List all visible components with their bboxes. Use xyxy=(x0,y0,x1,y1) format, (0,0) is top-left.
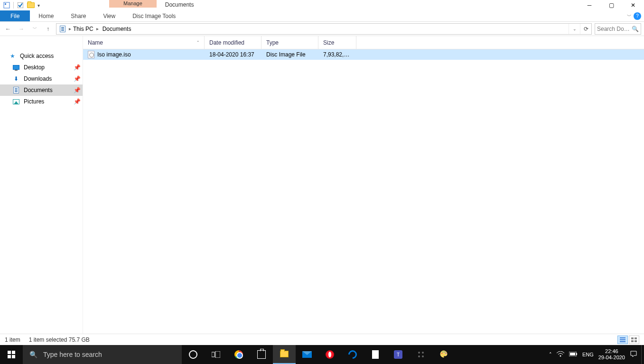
close-button[interactable]: ✕ xyxy=(622,0,644,10)
up-button[interactable]: ↑ xyxy=(43,24,53,34)
svg-point-20 xyxy=(560,355,561,357)
quick-access-toolbar: ▾ xyxy=(0,0,43,10)
minimize-button[interactable]: ─ xyxy=(579,0,600,10)
iso-file-icon xyxy=(88,51,94,58)
recent-locations-icon[interactable]: ﹀ xyxy=(29,24,40,34)
column-name[interactable]: Name˄ xyxy=(83,36,205,49)
ribbon-tab-disc-image-tools[interactable]: Disc Image Tools xyxy=(124,10,184,21)
navpane-item-downloads[interactable]: ⬇ Downloads 📌 xyxy=(0,73,83,84)
breadcrumb[interactable]: Documents xyxy=(101,26,133,32)
navigation-pane: ★ Quick access Desktop 📌 ⬇ Downloads 📌 D… xyxy=(0,36,83,345)
quick-access-heading[interactable]: ★ Quick access xyxy=(0,50,83,62)
svg-point-13 xyxy=(422,352,424,354)
svg-point-12 xyxy=(418,352,420,354)
maximize-button[interactable]: ▢ xyxy=(600,0,622,10)
new-folder-icon[interactable] xyxy=(27,1,35,9)
taskbar-pinned: T xyxy=(182,345,455,364)
show-desktop-button[interactable] xyxy=(641,345,644,364)
svg-point-18 xyxy=(444,351,445,352)
titlebar: ▾ Manage Documents ─ ▢ ✕ xyxy=(0,0,644,10)
wifi-icon[interactable] xyxy=(557,351,564,358)
checkbox-icon[interactable] xyxy=(17,1,24,9)
search-placeholder: Search Do… xyxy=(597,26,630,32)
svg-rect-9 xyxy=(635,340,637,342)
ribbon: File Home Share View Disc Image Tools ﹀ … xyxy=(0,10,644,22)
status-selection: 1 item selected 75.7 GB xyxy=(29,336,90,343)
star-icon: ★ xyxy=(9,52,16,60)
opera-icon[interactable] xyxy=(318,345,341,364)
qat-customize-icon[interactable]: ▾ xyxy=(37,3,40,8)
navpane-item-desktop[interactable]: Desktop 📌 xyxy=(0,62,83,73)
clock[interactable]: 22:46 29-04-2020 xyxy=(598,348,625,361)
ribbon-tab-share[interactable]: Share xyxy=(62,10,94,21)
large-icons-view-toggle[interactable] xyxy=(629,336,639,344)
details-view-toggle[interactable] xyxy=(617,336,628,344)
start-button[interactable] xyxy=(0,345,23,364)
ribbon-tab-home[interactable]: Home xyxy=(30,10,62,21)
separator xyxy=(13,2,14,9)
documents-icon xyxy=(12,86,20,94)
file-name-cell: Iso image.iso xyxy=(83,51,205,58)
taskbar-search-placeholder: Type here to search xyxy=(43,351,102,358)
column-label: Name xyxy=(88,39,103,46)
paint-icon[interactable] xyxy=(432,345,455,364)
svg-point-15 xyxy=(422,355,424,357)
language-indicator[interactable]: ENG xyxy=(582,352,594,357)
navpane-item-label: Downloads xyxy=(24,75,52,82)
pin-icon: 📌 xyxy=(73,98,81,105)
ribbon-file-tab[interactable]: File xyxy=(0,10,30,21)
search-input[interactable]: Search Do… 🔍 xyxy=(595,23,641,35)
store-icon[interactable] xyxy=(250,345,273,364)
teams-icon[interactable]: T xyxy=(387,345,410,364)
navpane-item-documents[interactable]: Documents 📌 xyxy=(0,84,83,96)
status-item-count: 1 item xyxy=(5,336,20,343)
ribbon-collapse-icon[interactable]: ﹀ xyxy=(627,13,632,19)
action-center-icon[interactable] xyxy=(630,350,637,359)
svg-point-14 xyxy=(418,355,420,357)
pictures-icon xyxy=(12,98,20,105)
address-dropdown-icon[interactable]: ⌄ xyxy=(569,24,580,34)
file-explorer-icon[interactable] xyxy=(273,345,296,364)
app-icon[interactable] xyxy=(410,345,432,364)
forward-button[interactable]: → xyxy=(16,24,27,34)
svg-rect-1 xyxy=(5,3,6,5)
search-icon: 🔍 xyxy=(29,351,37,358)
ribbon-tab-view[interactable]: View xyxy=(94,10,124,21)
svg-rect-6 xyxy=(631,337,634,339)
pin-icon: 📌 xyxy=(73,64,81,71)
clock-time: 22:46 xyxy=(598,348,625,355)
svg-rect-11 xyxy=(215,351,220,358)
file-row[interactable]: Iso image.iso 18-04-2020 16:37 Disc Imag… xyxy=(83,49,644,60)
navpane-item-pictures[interactable]: Pictures 📌 xyxy=(0,96,83,107)
task-view-icon[interactable] xyxy=(205,345,227,364)
column-label: Type xyxy=(266,39,279,46)
column-type[interactable]: Type xyxy=(261,36,318,49)
clock-date: 29-04-2020 xyxy=(598,355,625,361)
system-tray: ˄ ENG 22:46 29-04-2020 xyxy=(545,345,641,364)
quick-access-label: Quick access xyxy=(20,53,54,59)
windows-logo-icon xyxy=(8,351,15,358)
document-icon[interactable] xyxy=(364,345,387,364)
breadcrumb[interactable]: This PC▸ xyxy=(71,26,101,32)
properties-icon[interactable] xyxy=(3,1,10,9)
address-bar[interactable]: ▸ This PC▸ Documents ⌄ ⟳ xyxy=(56,23,592,35)
battery-icon[interactable] xyxy=(569,352,578,357)
search-icon: 🔍 xyxy=(632,26,639,32)
context-tab-group-label: Manage xyxy=(109,0,157,8)
help-icon[interactable]: ? xyxy=(634,12,641,20)
column-date[interactable]: Date modified xyxy=(205,36,261,49)
tray-overflow-icon[interactable]: ˄ xyxy=(549,352,552,358)
chevron-right-icon[interactable]: ▸ xyxy=(96,26,99,31)
svg-rect-23 xyxy=(570,353,575,355)
taskbar-search[interactable]: 🔍 Type here to search xyxy=(23,345,182,364)
edge-icon[interactable] xyxy=(341,345,364,364)
back-button[interactable]: ← xyxy=(3,24,13,34)
sort-asc-icon: ˄ xyxy=(197,40,199,45)
chrome-icon[interactable] xyxy=(227,345,250,364)
cortana-icon[interactable] xyxy=(182,345,205,364)
svg-point-16 xyxy=(441,353,442,354)
mail-icon[interactable] xyxy=(296,345,318,364)
navpane-item-label: Documents xyxy=(24,87,53,93)
refresh-button[interactable]: ⟳ xyxy=(580,24,591,34)
column-size[interactable]: Size xyxy=(318,36,356,49)
